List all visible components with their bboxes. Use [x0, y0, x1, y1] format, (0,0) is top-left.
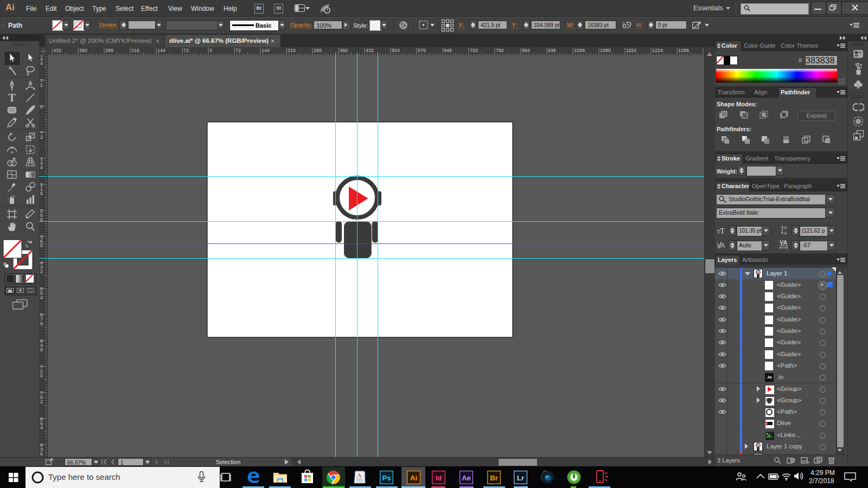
svg-text:A: A: [356, 471, 362, 479]
svg-text:Ps: Ps: [382, 474, 391, 482]
svg-text:Ae: Ae: [462, 474, 471, 482]
svg-text:Br: Br: [490, 474, 497, 482]
svg-text:T: T: [8, 92, 16, 104]
svg-text:A: A: [720, 242, 725, 249]
svg-text:Id: Id: [436, 474, 442, 482]
svg-text:T: T: [720, 227, 725, 234]
svg-text:VA: VA: [780, 239, 788, 246]
svg-text:A: A: [784, 230, 787, 235]
svg-text:Ai: Ai: [410, 474, 417, 482]
svg-text:A: A: [784, 225, 787, 230]
svg-text:Lr: Lr: [517, 474, 524, 482]
